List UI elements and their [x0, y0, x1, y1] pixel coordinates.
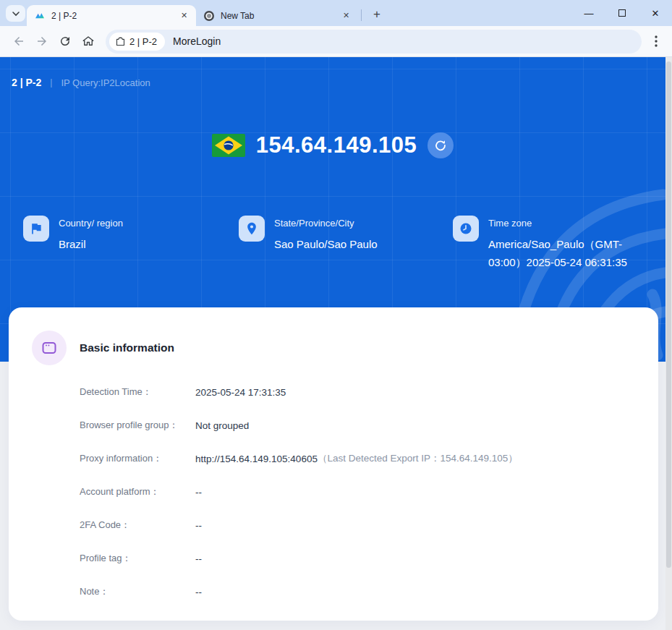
state-city-value: Sao Paulo/Sao Paulo — [274, 235, 378, 253]
row-label: Account platform： — [80, 485, 195, 498]
tab-divider — [361, 9, 362, 21]
refresh-icon — [434, 139, 447, 152]
row-value: -- — [195, 587, 202, 597]
flag-icon — [23, 216, 49, 242]
browser-toolbar: 2 | P-2 MoreLogin — [0, 26, 672, 57]
row-value: -- — [195, 553, 202, 564]
breadcrumb-separator: | — [50, 77, 52, 88]
row-label: Detection Time： — [80, 386, 195, 399]
window-close-button[interactable]: ✕ — [639, 0, 672, 26]
card-title: Basic information — [80, 341, 174, 354]
breadcrumb-section: IP Query:IP2Location — [61, 77, 150, 88]
browser-window-icon — [32, 331, 67, 365]
tab-title: New Tab — [221, 11, 340, 21]
profile-badge-icon — [115, 36, 126, 47]
ip-info-row: Country/ region Brazil State/Province/Ci… — [23, 216, 634, 271]
country-card: Country/ region Brazil — [23, 216, 239, 271]
home-icon — [82, 35, 95, 48]
row-value: http://154.64.149.105:40605 — [195, 454, 318, 464]
window-minimize-button[interactable]: — — [572, 0, 605, 26]
forward-arrow-icon — [35, 35, 48, 48]
browser-titlebar: 2 | P-2 ✕ New Tab ✕ + — ✕ — [0, 0, 672, 26]
timezone-value: America/Sao_Paulo（GMT-03:00）2025-05-24 0… — [488, 235, 633, 271]
row-value: Not grouped — [195, 420, 249, 431]
row-value: 2025-05-24 17:31:35 — [195, 387, 286, 398]
breadcrumb-profile: 2 | P-2 — [12, 77, 41, 88]
page-content: 2 | P-2 | IP Query:IP2Location 154.64.14… — [0, 57, 665, 630]
window-maximize-button[interactable] — [605, 0, 639, 26]
row-label: Note： — [80, 585, 195, 598]
detection-time-row: Detection Time： 2025-05-24 17:31:35 — [80, 375, 637, 409]
card-header: Basic information — [32, 331, 174, 365]
ip-address: 154.64.149.105 — [256, 132, 417, 158]
page-scrollbar[interactable] — [665, 57, 672, 630]
timezone-card: Time zone America/Sao_Paulo（GMT-03:00）20… — [453, 216, 634, 271]
browser-menu-button[interactable] — [646, 31, 666, 51]
profile-badge[interactable]: 2 | P-2 — [109, 33, 165, 51]
timezone-label: Time zone — [488, 216, 633, 229]
state-city-card: State/Province/City Sao Paulo/Sao Paulo — [239, 216, 453, 271]
basic-info-rows: Detection Time： 2025-05-24 17:31:35 Brow… — [80, 375, 637, 608]
profile-tag-row: Profile tag： -- — [80, 542, 637, 575]
row-label: Profile tag： — [80, 552, 195, 565]
row-extra: （Last Detected Export IP：154.64.149.105） — [318, 452, 518, 465]
morelogin-favicon-icon — [34, 10, 46, 22]
basic-information-card: Basic information Detection Time： 2025-0… — [9, 307, 658, 621]
address-bar[interactable]: 2 | P-2 MoreLogin — [106, 30, 642, 54]
row-value: -- — [195, 520, 202, 531]
profile-badge-label: 2 | P-2 — [129, 36, 157, 47]
proxy-information-row: Proxy information： http://154.64.149.105… — [80, 442, 637, 475]
tab-close-icon[interactable]: ✕ — [178, 9, 190, 22]
note-row: Note： -- — [80, 575, 637, 608]
tab-morelogin[interactable]: 2 | P-2 ✕ — [27, 5, 196, 26]
three-dots-icon — [655, 35, 658, 47]
2fa-code-row: 2FA Code： -- — [80, 508, 637, 542]
window-controls: — ✕ — [572, 0, 672, 26]
chromium-favicon-icon — [203, 10, 215, 22]
address-site-name: MoreLogin — [173, 35, 221, 47]
row-value: -- — [195, 487, 202, 498]
state-city-label: State/Province/City — [274, 216, 378, 229]
scrollbar-thumb[interactable] — [666, 61, 671, 568]
tab-close-icon[interactable]: ✕ — [340, 9, 352, 22]
maximize-icon — [618, 9, 626, 17]
clock-icon — [453, 216, 479, 242]
breadcrumb: 2 | P-2 | IP Query:IP2Location — [12, 77, 150, 88]
row-label: Browser profile group： — [80, 419, 195, 432]
country-label: Country/ region — [59, 216, 123, 229]
back-button[interactable] — [7, 30, 30, 53]
refresh-ip-button[interactable] — [428, 132, 454, 158]
home-button[interactable] — [77, 30, 100, 53]
country-value: Brazil — [59, 235, 123, 253]
profile-group-row: Browser profile group： Not grouped — [80, 409, 637, 442]
account-platform-row: Account platform： -- — [80, 475, 637, 508]
new-tab-button[interactable]: + — [367, 5, 386, 24]
chevron-down-icon — [12, 9, 20, 18]
location-pin-icon — [239, 216, 265, 242]
ip-row: 154.64.149.105 — [0, 132, 665, 158]
reload-icon — [59, 35, 72, 48]
tab-new-tab[interactable]: New Tab ✕ — [196, 5, 358, 26]
tab-search-button[interactable] — [6, 5, 25, 22]
brazil-flag-icon — [212, 134, 245, 157]
row-label: 2FA Code： — [80, 519, 195, 532]
tab-title: 2 | P-2 — [51, 11, 178, 21]
forward-button[interactable] — [30, 30, 54, 53]
reload-button[interactable] — [54, 30, 77, 53]
back-arrow-icon — [12, 35, 25, 48]
row-label: Proxy information： — [80, 452, 195, 465]
